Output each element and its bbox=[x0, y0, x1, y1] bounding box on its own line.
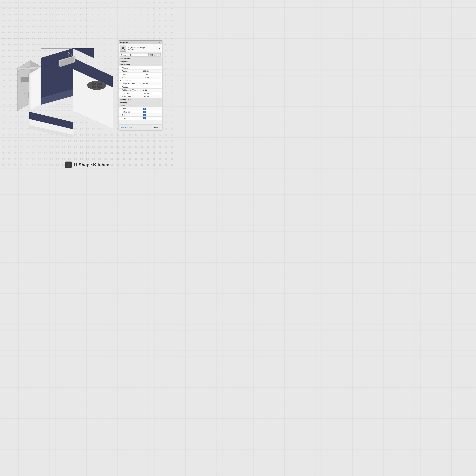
properties-help-link[interactable]: Properties help bbox=[120, 126, 132, 128]
other-chevron: » bbox=[159, 105, 160, 106]
component-name: RD_Kitchen U-Shape bbox=[128, 47, 157, 49]
other-label: Other bbox=[120, 105, 125, 106]
svg-point-23 bbox=[97, 86, 102, 88]
apply-button[interactable]: Apply bbox=[151, 126, 160, 129]
section-constraints[interactable]: Constraints « bbox=[119, 57, 162, 60]
stove-row: Stove bbox=[119, 117, 162, 120]
width-row: Width 315.00 bbox=[119, 76, 162, 79]
properties-panel: Properties × RD_Kitchen U-Shape Standard… bbox=[119, 40, 162, 130]
kitchen-illustration bbox=[5, 46, 113, 138]
stove-offset-label: Stove Offset bbox=[119, 95, 142, 98]
phasing-chevron: « bbox=[159, 102, 160, 104]
category-select[interactable]: Casework (1) bbox=[120, 53, 148, 56]
sink-checkbox[interactable] bbox=[143, 114, 146, 116]
dimensions-label: Dimensions bbox=[120, 64, 130, 66]
stove-label: Stove bbox=[119, 117, 142, 120]
svg-rect-39 bbox=[151, 54, 151, 55]
edit-type-button[interactable]: Edit Type bbox=[149, 53, 161, 56]
appliances-group-label: Appliances bbox=[122, 86, 130, 88]
section-dimensions[interactable]: Dimensions » bbox=[119, 63, 162, 66]
svg-point-22 bbox=[92, 86, 96, 88]
refrigerator-checkbox[interactable] bbox=[143, 111, 146, 113]
stove-offset-value[interactable]: 160.00 bbox=[142, 95, 162, 98]
refrigerator-value[interactable] bbox=[142, 110, 162, 113]
oven-label: Oven bbox=[119, 107, 142, 110]
kitchen-bottom-bar bbox=[29, 112, 73, 138]
countertop-width-value[interactable]: 65.00 bbox=[142, 83, 162, 85]
caption-number: 2 bbox=[65, 161, 72, 168]
panel-title: Properties bbox=[120, 41, 129, 43]
countertop-width-label: Countertop Width bbox=[119, 83, 142, 85]
width-value[interactable]: 315.00 bbox=[142, 76, 162, 79]
svg-point-21 bbox=[97, 83, 102, 85]
countertop-group-label: Counter top bbox=[122, 80, 131, 82]
svg-rect-6 bbox=[28, 92, 29, 98]
stove-value[interactable] bbox=[142, 117, 162, 120]
svg-rect-40 bbox=[150, 55, 151, 55]
depth-value[interactable]: 320.00 bbox=[142, 70, 162, 72]
stove-checkbox[interactable] bbox=[143, 117, 146, 119]
stove-offset-row: Stove Offset 160.00 bbox=[119, 95, 162, 98]
svg-rect-35 bbox=[122, 49, 124, 50]
height-value[interactable]: 95.00 bbox=[142, 73, 162, 75]
oven-checkbox[interactable] bbox=[143, 107, 146, 110]
refrigerator-offset-label: Refrigerator Offset bbox=[119, 89, 142, 91]
svg-point-20 bbox=[92, 83, 96, 85]
kitchen-group-row: ▶ Kitchen bbox=[119, 66, 162, 70]
sink-value[interactable] bbox=[142, 114, 162, 116]
section-phasing[interactable]: Phasing « bbox=[119, 101, 162, 104]
section-graphics[interactable]: Graphics « bbox=[119, 60, 162, 63]
svg-rect-7 bbox=[21, 77, 29, 82]
identity-data-chevron: « bbox=[159, 99, 160, 100]
depth-row: Depth 320.00 bbox=[119, 70, 162, 73]
countertop-width-row: Countertop Width 65.00 bbox=[119, 82, 162, 85]
refrigerator-offset-row: Refrigerator Offset 0.00 bbox=[119, 88, 162, 92]
component-dropdown-arrow[interactable]: ▼ bbox=[159, 48, 160, 49]
edit-type-label: Edit Type bbox=[152, 54, 160, 56]
constraints-chevron: « bbox=[159, 58, 160, 60]
oven-row: Oven bbox=[119, 107, 162, 110]
svg-rect-37 bbox=[150, 54, 151, 55]
panel-spacer bbox=[119, 120, 162, 124]
refrigerator-offset-value[interactable]: 0.00 bbox=[142, 89, 162, 91]
component-info: RD_Kitchen U-Shape Standard bbox=[128, 47, 157, 50]
component-icon bbox=[120, 45, 126, 52]
appliances-group-row: ▶ Appliances bbox=[119, 85, 162, 88]
panel-footer: Properties help Apply bbox=[119, 124, 162, 130]
refrigerator-label: Refrigerator bbox=[119, 111, 142, 113]
countertop-expand-arrow: ▶ bbox=[120, 80, 121, 81]
refrigerator-row: Refrigerator bbox=[119, 110, 162, 113]
sink-offset-value[interactable]: 160.00 bbox=[142, 92, 162, 95]
category-select-row: Casework (1) Edit Type bbox=[119, 53, 162, 57]
oven-value[interactable] bbox=[142, 107, 162, 110]
caption-area: 2 U-Shape Kitchen bbox=[65, 161, 109, 168]
identity-data-label: Identity Data bbox=[120, 99, 131, 100]
width-label: Width bbox=[119, 76, 142, 79]
svg-marker-12 bbox=[31, 69, 40, 109]
appliances-expand-arrow: ▶ bbox=[120, 86, 121, 88]
caption-text: U-Shape Kitchen bbox=[74, 162, 109, 167]
section-other[interactable]: Other » bbox=[119, 104, 162, 107]
graphics-chevron: « bbox=[159, 61, 160, 63]
sink-offset-row: Sink Offset 160.00 bbox=[119, 92, 162, 95]
phasing-label: Phasing bbox=[120, 102, 127, 104]
edit-type-icon bbox=[150, 54, 152, 56]
component-type: Standard bbox=[128, 49, 157, 50]
dimensions-chevron: » bbox=[159, 64, 160, 66]
depth-label: Depth bbox=[119, 70, 142, 72]
height-label: Height bbox=[119, 73, 142, 75]
countertop-group-row: ▶ Counter top bbox=[119, 79, 162, 82]
close-button[interactable]: × bbox=[159, 41, 160, 43]
kitchen-expand-arrow: ▶ bbox=[120, 67, 121, 69]
svg-rect-38 bbox=[151, 54, 151, 54]
graphics-label: Graphics bbox=[120, 61, 128, 63]
panel-header: Properties × bbox=[119, 41, 162, 44]
height-row: Height 95.00 bbox=[119, 73, 162, 76]
constraints-label: Constraints bbox=[120, 58, 130, 60]
kitchen-right-unit bbox=[73, 58, 113, 135]
component-row: RD_Kitchen U-Shape Standard ▼ bbox=[119, 44, 162, 53]
svg-point-32 bbox=[71, 54, 72, 55]
section-identity-data[interactable]: Identity Data « bbox=[119, 98, 162, 101]
sink-row: Sink bbox=[119, 113, 162, 117]
kitchen-group-label: Kitchen bbox=[122, 67, 128, 69]
